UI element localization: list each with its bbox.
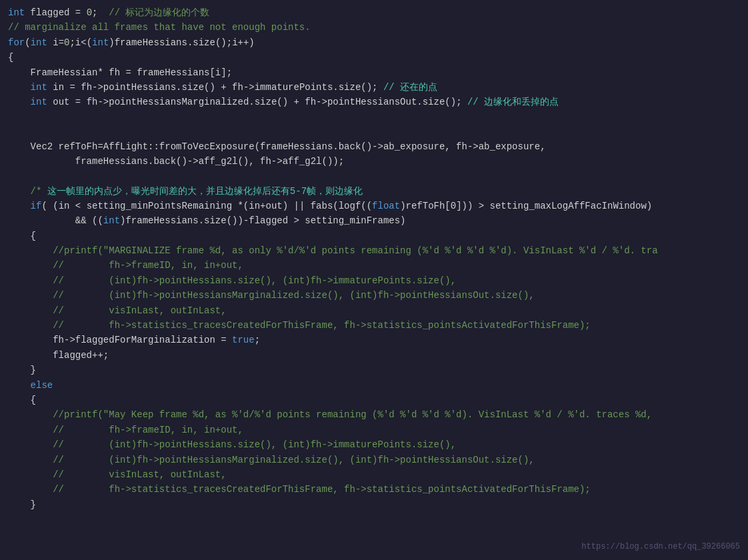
code-line: flagged++; bbox=[0, 348, 748, 363]
code-line: frameHessians.back()->aff_g2l(), fh->aff… bbox=[0, 154, 748, 169]
code-token: ( (in < setting_minPointsRemaining *(in+… bbox=[41, 199, 372, 213]
code-token: && (( bbox=[8, 213, 103, 228]
code-token: { bbox=[8, 50, 13, 65]
code-token: // visInLast, outInLast, bbox=[8, 303, 227, 318]
code-token: out = fh->pointHessiansMarginalized.size… bbox=[47, 95, 467, 109]
code-container: int flagged = 0; // 标记为边缘化的个数// marginal… bbox=[0, 0, 748, 560]
code-line: { bbox=[0, 393, 748, 407]
code-line: for(int i=0;i<(int)frameHessians.size();… bbox=[0, 35, 748, 50]
code-line: { bbox=[0, 50, 748, 65]
code-token: { bbox=[8, 393, 36, 407]
code-token: flagged++; bbox=[8, 348, 109, 363]
code-line: // marginalize all frames that have not … bbox=[0, 20, 748, 35]
code-token: flagged = bbox=[25, 5, 86, 20]
code-token bbox=[8, 199, 31, 213]
code-token: 这一帧里的内点少，曝光时间差的大，并且边缘化掉后还有5-7帧，则边缘化 bbox=[41, 184, 363, 199]
code-token: // (int)fh->pointHessians.size(), (int)f… bbox=[8, 437, 456, 452]
code-token: // (int)fh->pointHessians.size(), (int)f… bbox=[8, 273, 456, 288]
code-token: } bbox=[8, 497, 36, 512]
code-line: //printf("MARGINALIZE frame %d, as only … bbox=[0, 243, 748, 258]
code-line: // (int)fh->pointHessians.size(), (int)f… bbox=[0, 437, 748, 452]
code-token: int bbox=[92, 35, 109, 50]
code-line: // fh->frameID, in, in+out, bbox=[0, 258, 748, 273]
code-token: //printf("MARGINALIZE frame %d, as only … bbox=[8, 243, 658, 258]
code-token: if bbox=[31, 199, 42, 213]
code-line: int out = fh->pointHessiansMarginalized.… bbox=[0, 95, 748, 109]
code-line: if( (in < setting_minPointsRemaining *(i… bbox=[0, 199, 748, 213]
code-line: /* 这一帧里的内点少，曝光时间差的大，并且边缘化掉后还有5-7帧，则边缘化 bbox=[0, 184, 748, 199]
code-token: // 标记为边缘化的个数 bbox=[109, 5, 209, 20]
code-token: { bbox=[8, 229, 36, 243]
code-line bbox=[0, 169, 748, 184]
code-token: // (int)fh->pointHessiansMarginalized.si… bbox=[8, 288, 535, 303]
code-token: int bbox=[8, 5, 25, 20]
code-token: ; bbox=[255, 333, 260, 347]
code-token: int bbox=[31, 35, 47, 50]
code-line: // visInLast, outInLast, bbox=[0, 303, 748, 318]
code-line: } bbox=[0, 497, 748, 512]
code-token: i= bbox=[47, 35, 64, 50]
code-token: // fh->frameID, in, in+out, bbox=[8, 258, 243, 273]
code-token bbox=[8, 378, 31, 393]
code-line: int in = fh->pointHessians.size() + fh->… bbox=[0, 80, 748, 95]
code-token: )frameHessians.size();i++) bbox=[109, 35, 254, 50]
code-token: 0 bbox=[64, 35, 69, 50]
code-token: //printf("May Keep frame %d, as %'d/%'d … bbox=[8, 407, 652, 422]
code-line: // fh->statistics_tracesCreatedForThisFr… bbox=[0, 318, 748, 333]
code-token: else bbox=[31, 378, 53, 393]
code-token: frameHessians.back()->aff_g2l(), fh->aff… bbox=[8, 154, 344, 169]
watermark: https://blog.csdn.net/qq_39266065 bbox=[581, 541, 740, 553]
code-line: FrameHessian* fh = frameHessians[i]; bbox=[0, 65, 748, 80]
code-token: // 边缘化和丢掉的点 bbox=[467, 95, 559, 109]
code-token bbox=[8, 184, 31, 199]
code-line bbox=[0, 125, 748, 139]
code-token: 0 bbox=[87, 5, 92, 20]
code-token: // 还在的点 bbox=[383, 80, 437, 95]
code-token: Vec2 refToFh=AffLight::fromToVecExposure… bbox=[8, 139, 546, 154]
code-token: float bbox=[372, 199, 400, 213]
code-line: // (int)fh->pointHessiansMarginalized.si… bbox=[0, 453, 748, 467]
code-token: // visInLast, outInLast, bbox=[8, 467, 227, 482]
code-line: } bbox=[0, 363, 748, 377]
code-block: int flagged = 0; // 标记为边缘化的个数// marginal… bbox=[0, 5, 748, 512]
code-token: // fh->statistics_tracesCreatedForThisFr… bbox=[8, 318, 591, 333]
code-line: // fh->frameID, in, in+out, bbox=[0, 423, 748, 437]
code-token: int bbox=[31, 95, 47, 109]
code-token: in = fh->pointHessians.size() + fh->imma… bbox=[47, 80, 383, 95]
code-line: Vec2 refToFh=AffLight::fromToVecExposure… bbox=[0, 139, 748, 154]
code-line: int flagged = 0; // 标记为边缘化的个数 bbox=[0, 5, 748, 20]
code-token: // (int)fh->pointHessiansMarginalized.si… bbox=[8, 453, 535, 467]
code-line: // (int)fh->pointHessiansMarginalized.si… bbox=[0, 288, 748, 303]
code-token: fh->flaggedForMarginalization = bbox=[8, 333, 232, 347]
code-token bbox=[8, 80, 31, 95]
code-token: ( bbox=[25, 35, 30, 50]
code-token: // fh->frameID, in, in+out, bbox=[8, 423, 243, 437]
code-token: )refToFh[0])) > setting_maxLogAffFacInWi… bbox=[400, 199, 652, 213]
code-line: else bbox=[0, 378, 748, 393]
code-token: ; bbox=[92, 5, 109, 20]
code-token: true bbox=[232, 333, 255, 347]
code-line: // (int)fh->pointHessians.size(), (int)f… bbox=[0, 273, 748, 288]
code-line: // fh->statistics_tracesCreatedForThisFr… bbox=[0, 482, 748, 497]
code-line: fh->flaggedForMarginalization = true; bbox=[0, 333, 748, 347]
code-token: int bbox=[103, 213, 120, 228]
code-token: } bbox=[8, 363, 36, 377]
code-token bbox=[8, 95, 31, 109]
code-line: { bbox=[0, 229, 748, 243]
code-line: // visInLast, outInLast, bbox=[0, 467, 748, 482]
code-token: // fh->statistics_tracesCreatedForThisFr… bbox=[8, 482, 591, 497]
code-line: && ((int)frameHessians.size())-flagged >… bbox=[0, 213, 748, 228]
code-line: //printf("May Keep frame %d, as %'d/%'d … bbox=[0, 407, 748, 422]
code-token: ;i<( bbox=[69, 35, 92, 50]
code-line bbox=[0, 110, 748, 125]
code-token: int bbox=[31, 80, 47, 95]
code-token: // marginalize all frames that have not … bbox=[8, 20, 311, 35]
code-token: /* bbox=[31, 184, 42, 199]
code-token: for bbox=[8, 35, 25, 50]
code-token: )frameHessians.size())-flagged > setting… bbox=[120, 213, 405, 228]
code-token: FrameHessian* fh = frameHessians[i]; bbox=[8, 65, 232, 80]
